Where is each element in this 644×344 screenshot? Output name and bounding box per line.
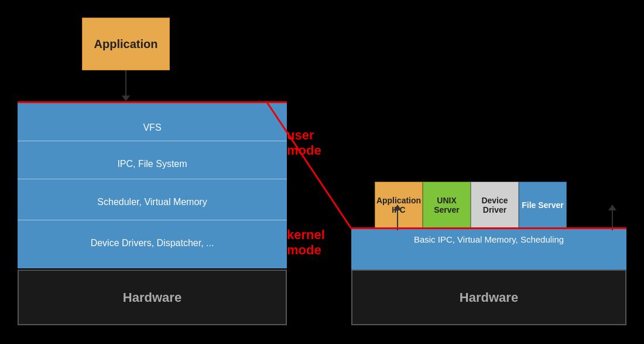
red-line-top <box>18 101 287 103</box>
server-boxes-container: Application IPC UNIX Server Device Drive… <box>375 182 567 229</box>
hardware-box-right: Hardware <box>351 270 626 325</box>
hardware-box-left: Hardware <box>18 270 287 325</box>
device-driver-box: Device Driver <box>471 182 519 229</box>
app-arrow-line <box>125 70 126 97</box>
divider-2 <box>18 179 287 179</box>
unix-server-box: UNIX Server <box>423 182 471 229</box>
divider-3 <box>18 220 287 220</box>
kernel-mode-label: kernel mode <box>287 227 325 258</box>
right-kernel-text: Basic IPC, Virtual Memory, Scheduling <box>351 234 626 244</box>
right-arrow-head-left <box>393 205 402 210</box>
hardware-label-right: Hardware <box>460 290 518 305</box>
right-arrow-head-right <box>608 205 616 210</box>
vfs-label: VFS <box>18 114 287 141</box>
application-box: Application <box>82 18 170 70</box>
user-mode-label: user mode <box>287 128 321 158</box>
scheduler-label: Scheduler, Virtual Memory <box>18 188 287 217</box>
ipc-label: IPC, File System <box>18 149 287 179</box>
device-drivers-label: Device Drivers, Dispatcher, ... <box>18 229 287 258</box>
application-label: Application <box>94 38 158 51</box>
hardware-label-left: Hardware <box>123 290 181 305</box>
app-arrow-head <box>122 96 130 101</box>
red-line-right <box>351 227 626 229</box>
file-server-box: File Server <box>519 182 567 229</box>
divider-1 <box>18 141 287 141</box>
